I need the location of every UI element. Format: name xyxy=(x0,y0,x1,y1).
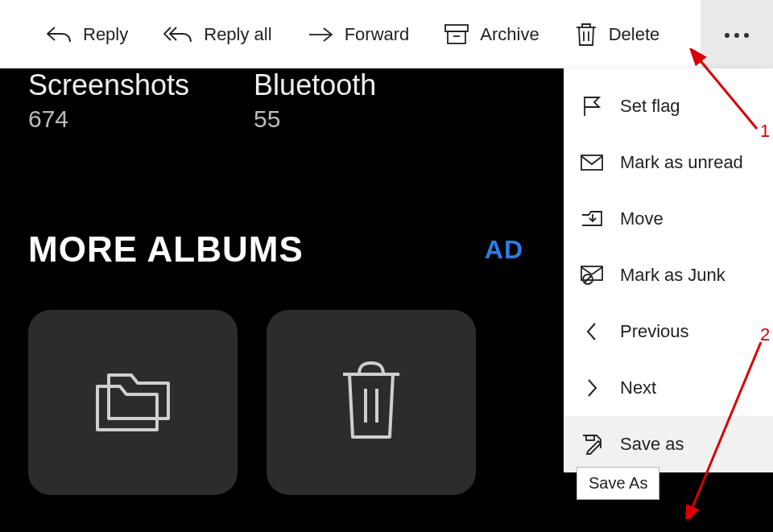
save-as-icon xyxy=(580,433,604,456)
ellipsis-icon xyxy=(723,27,750,42)
delete-icon xyxy=(575,23,597,47)
flag-icon xyxy=(580,95,604,118)
annotation-label-2: 2 xyxy=(760,324,770,345)
archive-label: Archive xyxy=(480,24,539,45)
chevron-left-icon xyxy=(580,322,604,341)
svg-point-7 xyxy=(744,33,749,38)
menu-next[interactable]: Next xyxy=(564,360,773,416)
album-screenshots: Screenshots 674 xyxy=(28,68,189,133)
menu-label: Next xyxy=(620,377,656,398)
album-count: 674 xyxy=(28,105,189,133)
menu-mark-unread[interactable]: Mark as unread xyxy=(564,134,773,191)
menu-label: Move xyxy=(620,208,663,229)
envelope-icon xyxy=(580,155,604,171)
more-button[interactable] xyxy=(701,0,773,68)
delete-button[interactable]: Delete xyxy=(573,18,662,52)
svg-point-5 xyxy=(725,33,730,38)
reply-icon xyxy=(46,25,72,44)
delete-label: Delete xyxy=(609,24,660,45)
reply-all-icon xyxy=(163,25,192,44)
menu-save-as[interactable]: Save as xyxy=(564,416,773,472)
menu-label: Save as xyxy=(620,434,684,455)
reply-label: Reply xyxy=(83,24,128,45)
save-as-tooltip: Save As xyxy=(577,467,659,500)
junk-icon xyxy=(580,266,604,285)
album-tile-folders xyxy=(28,310,238,495)
menu-label: Previous xyxy=(620,321,689,342)
menu-label: Set flag xyxy=(620,96,680,117)
forward-icon xyxy=(308,27,333,43)
forward-button[interactable]: Forward xyxy=(306,19,411,50)
forward-label: Forward xyxy=(345,24,410,45)
toolbar: Reply Reply all Forward xyxy=(0,0,773,68)
annotation-label-1: 1 xyxy=(760,121,770,142)
album-title: Screenshots xyxy=(28,68,189,102)
reply-button[interactable]: Reply xyxy=(44,19,130,50)
move-icon xyxy=(580,208,604,229)
album-bluetooth: Bluetooth 55 xyxy=(254,68,376,133)
menu-set-flag[interactable]: Set flag xyxy=(564,78,773,134)
reply-all-label: Reply all xyxy=(204,24,271,45)
folders-icon xyxy=(85,361,181,444)
menu-label: Mark as unread xyxy=(620,152,743,173)
album-tile-trash xyxy=(267,310,476,495)
menu-previous[interactable]: Previous xyxy=(564,303,773,360)
trash-icon xyxy=(335,357,407,448)
album-title: Bluetooth xyxy=(254,68,376,102)
svg-line-14 xyxy=(585,276,591,282)
svg-point-6 xyxy=(734,33,739,38)
reply-all-button[interactable]: Reply all xyxy=(162,19,273,50)
archive-icon xyxy=(444,24,469,45)
more-actions-menu: Set flag Mark as unread Move xyxy=(564,68,773,472)
chevron-right-icon xyxy=(580,378,604,398)
add-link: AD xyxy=(485,235,523,265)
archive-button[interactable]: Archive xyxy=(443,19,540,50)
menu-label: Mark as Junk xyxy=(620,265,725,286)
svg-rect-0 xyxy=(445,25,468,31)
svg-rect-1 xyxy=(448,31,465,43)
svg-rect-15 xyxy=(586,435,594,440)
menu-mark-junk[interactable]: Mark as Junk xyxy=(564,247,773,303)
more-albums-heading: MORE ALBUMS xyxy=(28,229,304,270)
album-count: 55 xyxy=(254,105,376,133)
menu-move[interactable]: Move xyxy=(564,191,773,247)
svg-rect-11 xyxy=(581,155,602,170)
